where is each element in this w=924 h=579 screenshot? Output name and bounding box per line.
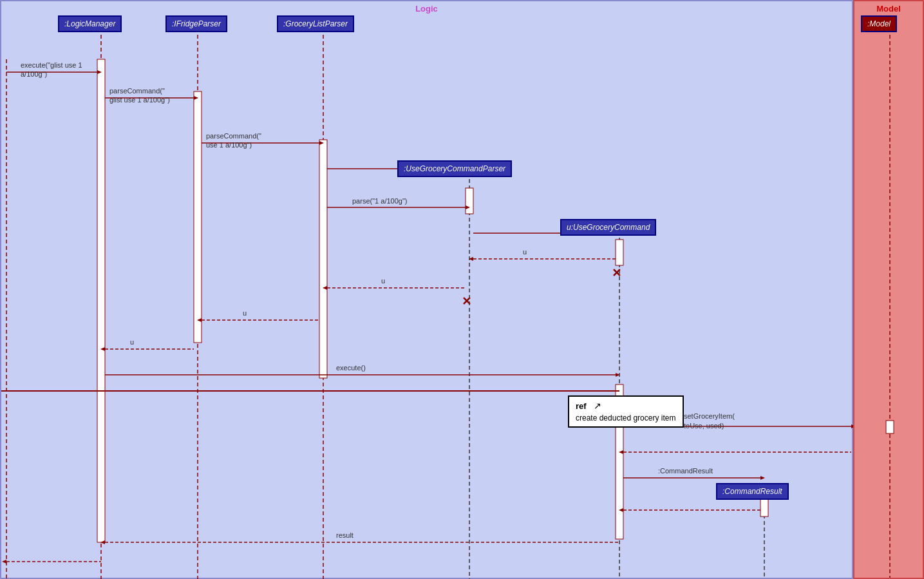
svg-marker-42 bbox=[197, 318, 202, 322]
svg-marker-66 bbox=[2, 560, 6, 564]
actor-usegrocerycommandparser-label: :UseGroceryCommandParser bbox=[404, 164, 505, 173]
svg-marker-29 bbox=[466, 205, 470, 209]
svg-rect-9 bbox=[319, 140, 327, 378]
svg-marker-48 bbox=[616, 373, 620, 377]
ref-box: ref ↗ create deducted grocery item bbox=[568, 395, 684, 428]
model-panel-label: Model bbox=[876, 4, 901, 14]
svg-text:parseCommand(": parseCommand(" bbox=[206, 132, 261, 140]
actor-grocerylistparser-label: :GroceryListParser bbox=[283, 19, 348, 28]
actor-commandresult: :CommandResult bbox=[716, 483, 789, 500]
svg-text:setGroceryItem(: setGroceryItem( bbox=[684, 412, 735, 420]
actor-usegrocerycommandparser: :UseGroceryCommandParser bbox=[397, 160, 512, 177]
svg-text:✕: ✕ bbox=[612, 267, 621, 280]
actor-model-label: :Model bbox=[867, 19, 891, 28]
actor-usegrocerycommand-label: u:UseGroceryCommand bbox=[567, 223, 650, 232]
diagram-container: Logic bbox=[0, 0, 924, 579]
actor-usegrocerycommand: u:UseGroceryCommand bbox=[560, 219, 656, 236]
actor-model: :Model bbox=[861, 15, 897, 32]
svg-marker-34 bbox=[469, 257, 473, 261]
actor-commandresult-label: :CommandResult bbox=[722, 487, 782, 496]
svg-marker-63 bbox=[100, 540, 105, 544]
svg-marker-23 bbox=[319, 141, 324, 145]
svg-rect-8 bbox=[194, 91, 202, 343]
svg-marker-15 bbox=[97, 70, 102, 74]
actor-logicmanager: :LogicManager bbox=[58, 15, 122, 32]
svg-text:result: result bbox=[336, 531, 354, 539]
svg-rect-10 bbox=[466, 188, 473, 214]
svg-marker-61 bbox=[619, 508, 623, 512]
svg-text::CommandResult: :CommandResult bbox=[658, 467, 713, 475]
ref-text: create deducted grocery item bbox=[576, 413, 676, 422]
model-panel: Model :Model bbox=[853, 0, 924, 579]
svg-text:a/100g"): a/100g") bbox=[21, 70, 47, 78]
actor-ifridgeparser: :IFridgeParser bbox=[165, 15, 227, 32]
svg-text:u: u bbox=[130, 338, 134, 346]
svg-marker-38 bbox=[323, 286, 327, 290]
actor-logicmanager-label: :LogicManager bbox=[64, 19, 115, 28]
svg-marker-19 bbox=[194, 96, 198, 100]
svg-text:u: u bbox=[243, 309, 247, 317]
svg-text:parse("1 a/100g"): parse("1 a/100g") bbox=[352, 197, 407, 205]
svg-text:use 1 a/100g"): use 1 a/100g") bbox=[206, 141, 252, 149]
svg-text:glist use 1 a/100g"): glist use 1 a/100g") bbox=[109, 96, 170, 104]
svg-text:execute(): execute() bbox=[336, 364, 366, 372]
logic-panel: Logic bbox=[0, 0, 853, 579]
ref-tag: ref ↗ bbox=[576, 401, 676, 411]
svg-text:parseCommand(": parseCommand(" bbox=[109, 87, 165, 95]
svg-rect-68 bbox=[886, 421, 894, 433]
svg-text:u: u bbox=[381, 277, 385, 285]
svg-text:execute("glist use 1: execute("glist use 1 bbox=[21, 61, 82, 69]
svg-rect-11 bbox=[616, 240, 623, 265]
svg-marker-56 bbox=[619, 450, 623, 454]
svg-text:✕: ✕ bbox=[462, 295, 471, 308]
model-svg bbox=[854, 1, 923, 578]
svg-text:u: u bbox=[523, 248, 527, 256]
actor-ifridgeparser-label: :IFridgeParser bbox=[172, 19, 221, 28]
svg-marker-45 bbox=[100, 347, 105, 351]
svg-marker-58 bbox=[760, 476, 765, 480]
svg-rect-7 bbox=[97, 59, 105, 542]
logic-panel-label: Logic bbox=[415, 4, 438, 14]
svg-text:toUse, used): toUse, used) bbox=[684, 422, 724, 430]
actor-grocerylistparser: :GroceryListParser bbox=[277, 15, 354, 32]
